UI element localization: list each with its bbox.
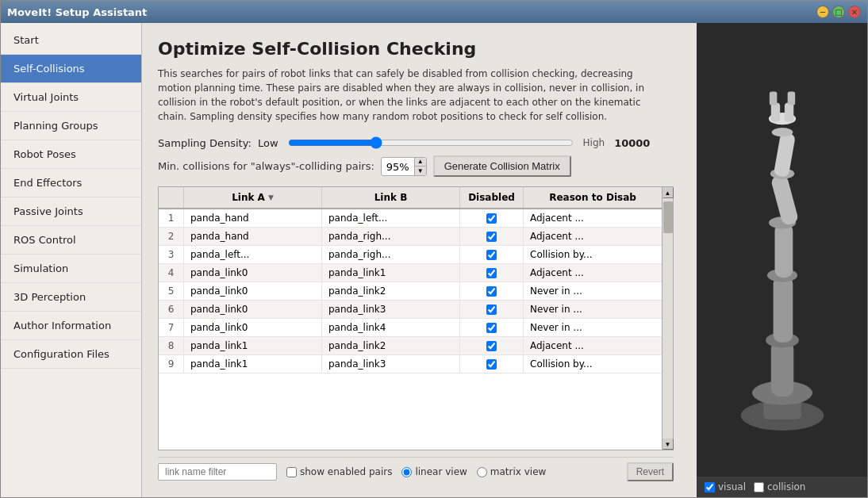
sidebar-item-simulation[interactable]: Simulation [1,255,141,283]
filter-input[interactable] [158,463,277,481]
linear-view-label[interactable]: linear view [401,466,467,477]
disabled-checkbox[interactable] [486,250,497,260]
min-collisions-row: Min. collisions for "always"-colliding p… [158,155,681,177]
svg-rect-17 [787,92,795,105]
table-body: 1 panda_hand panda_left... Adjacent ... … [159,209,662,450]
link-b-cell: panda_left... [322,209,460,227]
table-row: 1 panda_hand panda_left... Adjacent ... [159,209,662,228]
generate-collision-matrix-button[interactable]: Generate Collision Matrix [433,155,571,177]
disabled-cell[interactable] [460,301,524,318]
svg-rect-15 [784,103,793,122]
row-num: 8 [159,337,184,354]
disabled-cell[interactable] [460,337,524,354]
scrollbar-up-button[interactable]: ▲ [663,187,674,198]
disabled-cell[interactable] [460,264,524,282]
disabled-checkbox[interactable] [486,323,497,333]
disabled-cell[interactable] [460,319,524,336]
collision-label[interactable]: collision [754,481,805,492]
main-panel: Optimize Self-Collision Checking This se… [142,23,697,497]
col-link-a[interactable]: Link A ▼ [184,187,322,208]
col-num [159,187,184,208]
revert-button[interactable]: Revert [627,462,674,481]
window-title: MoveIt! Setup Assistant [7,6,147,18]
row-num: 5 [159,282,184,300]
disabled-cell[interactable] [460,228,524,245]
sidebar-item-virtual-joints[interactable]: Virtual Joints [1,83,141,112]
sidebar-item-author-information[interactable]: Author Information [1,312,141,340]
show-enabled-pairs-checkbox[interactable] [286,467,297,477]
disabled-cell[interactable] [460,282,524,300]
robot-arm-svg [707,48,858,452]
link-a-cell: panda_link0 [184,301,322,318]
table-row: 5 panda_link0 panda_link2 Never in ... [159,282,662,301]
disabled-checkbox[interactable] [486,268,497,278]
sidebar-item-configuration-files[interactable]: Configuration Files [1,340,141,369]
scrollbar-down-button[interactable]: ▼ [663,439,674,450]
table-row: 7 panda_link0 panda_link4 Never in ... [159,319,662,337]
link-b-cell: panda_righ... [322,246,460,263]
reason-cell: Never in ... [524,319,662,336]
spinbox-up-button[interactable]: ▲ [415,158,426,167]
reason-cell: Collision by... [524,246,662,263]
sidebar-item-start[interactable]: Start [1,26,141,55]
link-a-cell: panda_link0 [184,319,322,336]
sidebar-item-end-effectors[interactable]: End Effectors [1,169,141,197]
col-disabled[interactable]: Disabled [460,187,524,208]
sidebar-item-3d-perception[interactable]: 3D Perception [1,283,141,312]
collision-checkbox[interactable] [754,482,764,492]
svg-rect-3 [770,340,793,396]
disabled-checkbox[interactable] [486,213,497,224]
link-b-cell: panda_link2 [322,337,460,354]
sidebar-item-self-collisions[interactable]: Self-Collisions [1,55,141,83]
disabled-cell[interactable] [460,209,524,227]
spinbox-down-button[interactable]: ▼ [415,167,426,175]
svg-rect-7 [774,224,793,278]
reason-cell: Never in ... [524,282,662,300]
min-collisions-label: Min. collisions for "always"-colliding p… [158,160,374,172]
disabled-checkbox[interactable] [486,305,497,315]
col-link-b[interactable]: Link B [322,187,460,208]
row-num: 4 [159,264,184,282]
window-controls: ─ □ ✕ [816,6,861,18]
sidebar-item-ros-control[interactable]: ROS Control [1,226,141,255]
disabled-checkbox[interactable] [486,341,497,351]
link-b-cell: panda_link3 [322,301,460,318]
minimize-button[interactable]: ─ [816,6,829,18]
table-row: 2 panda_hand panda_righ... Adjacent ... [159,228,662,246]
table-row: 8 panda_link1 panda_link2 Adjacent ... [159,337,662,355]
col-reason[interactable]: Reason to Disab [524,187,662,208]
matrix-view-radio[interactable] [477,467,487,477]
reason-cell: Never in ... [524,301,662,318]
visual-checkbox[interactable] [705,482,715,492]
bottom-controls: show enabled pairs linear view matrix vi… [158,457,674,481]
description: This searches for pairs of robot links t… [158,67,666,124]
disabled-checkbox[interactable] [486,286,497,297]
show-enabled-pairs-label[interactable]: show enabled pairs [286,466,392,477]
reason-cell: Adjacent ... [524,337,662,354]
robot-view [697,23,867,477]
maximize-button[interactable]: □ [832,6,845,18]
sidebar-item-planning-groups[interactable]: Planning Groups [1,112,141,140]
svg-rect-5 [773,276,793,343]
titlebar: MoveIt! Setup Assistant ─ □ ✕ [1,1,867,23]
content-area: Start Self-Collisions Virtual Joints Pla… [1,23,867,497]
link-a-cell: panda_link1 [184,337,322,354]
disabled-cell[interactable] [460,246,524,263]
visual-label[interactable]: visual [705,481,746,492]
scrollbar-thumb[interactable] [663,201,673,233]
main-window: MoveIt! Setup Assistant ─ □ ✕ Start Self… [0,0,868,498]
sidebar-item-robot-poses[interactable]: Robot Poses [1,140,141,169]
sidebar-item-passive-joints[interactable]: Passive Joints [1,197,141,226]
sampling-slider[interactable] [288,136,574,149]
disabled-checkbox[interactable] [486,359,497,370]
disabled-cell[interactable] [460,355,524,373]
linear-view-radio[interactable] [401,467,412,477]
link-a-cell: panda_left... [184,246,322,263]
link-b-cell: panda_righ... [322,228,460,245]
link-b-cell: panda_link3 [322,355,460,373]
matrix-view-label[interactable]: matrix view [477,466,547,477]
table-row: 9 panda_link1 panda_link3 Collision by..… [159,355,662,374]
table-header: Link A ▼ Link B Disabled Reason to Disab [159,187,662,209]
close-button[interactable]: ✕ [848,6,861,18]
disabled-checkbox[interactable] [486,232,497,242]
